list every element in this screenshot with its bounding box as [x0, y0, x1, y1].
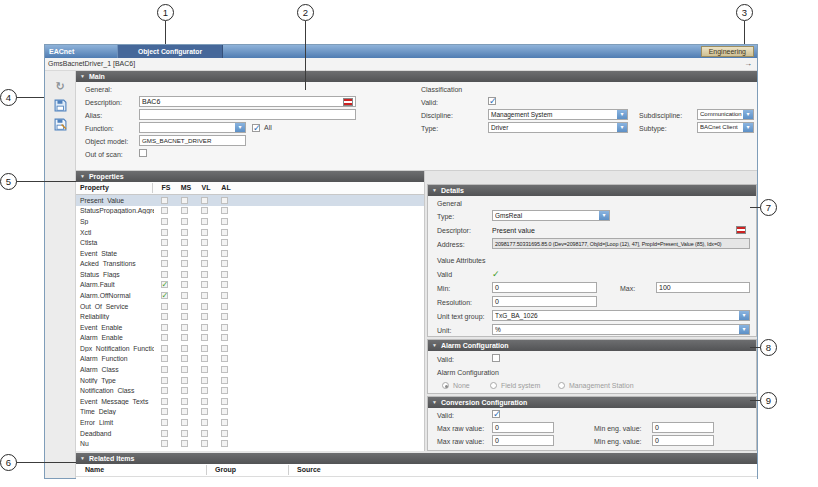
collapse-arrow-icon[interactable]: [80, 456, 85, 461]
dropdown-arrow-icon[interactable]: [617, 110, 627, 119]
dropdown-arrow-icon[interactable]: [599, 211, 609, 220]
save-as-icon[interactable]: [54, 118, 67, 131]
out-of-scan-checkbox[interactable]: [139, 149, 147, 157]
unchecked-checkbox[interactable]: [221, 313, 228, 320]
unchecked-checkbox[interactable]: [221, 260, 228, 267]
details-section-header[interactable]: Details: [428, 185, 756, 196]
unchecked-checkbox[interactable]: [221, 398, 228, 405]
unchecked-checkbox[interactable]: [201, 355, 208, 362]
function-dropdown[interactable]: [139, 122, 246, 133]
collapse-arrow-icon[interactable]: [80, 174, 85, 179]
unchecked-checkbox[interactable]: [181, 313, 188, 320]
unchecked-checkbox[interactable]: [221, 292, 228, 299]
unchecked-checkbox[interactable]: [181, 366, 188, 373]
unchecked-checkbox[interactable]: [201, 430, 208, 437]
property-row[interactable]: Alarm_Class: [76, 364, 424, 375]
property-row[interactable]: Event_State: [76, 248, 424, 259]
unchecked-checkbox[interactable]: [201, 398, 208, 405]
property-row[interactable]: Ctlsta: [76, 237, 424, 248]
unchecked-checkbox[interactable]: [181, 387, 188, 394]
unchecked-checkbox[interactable]: [161, 387, 168, 394]
property-row[interactable]: Event_Enable: [76, 322, 424, 333]
property-row[interactable]: Out_Of_Service: [76, 301, 424, 312]
save-icon[interactable]: [54, 99, 67, 112]
property-row[interactable]: Reliability: [76, 311, 424, 322]
property-row[interactable]: Alarm_Enable: [76, 333, 424, 344]
unchecked-checkbox[interactable]: [161, 207, 168, 214]
property-row[interactable]: Nu: [76, 438, 424, 449]
conversion-row1-field2[interactable]: 0: [652, 422, 714, 433]
checked-checkbox-icon[interactable]: [161, 281, 168, 288]
property-row[interactable]: Alarm.Fault: [76, 280, 424, 291]
translation-flag-icon[interactable]: [736, 226, 746, 234]
unchecked-checkbox[interactable]: [161, 355, 168, 362]
unchecked-checkbox[interactable]: [201, 377, 208, 384]
collapse-arrow-icon[interactable]: [80, 74, 85, 79]
unchecked-checkbox[interactable]: [221, 387, 228, 394]
conversion-row2-field1[interactable]: 0: [492, 435, 554, 446]
unchecked-checkbox[interactable]: [201, 218, 208, 225]
unchecked-checkbox[interactable]: [221, 345, 228, 352]
dropdown-arrow-icon[interactable]: [235, 123, 245, 132]
unchecked-checkbox[interactable]: [181, 324, 188, 331]
unchecked-checkbox[interactable]: [201, 260, 208, 267]
property-row[interactable]: Event_Message_Texts: [76, 396, 424, 407]
unchecked-checkbox[interactable]: [201, 440, 208, 447]
unchecked-checkbox[interactable]: [221, 197, 228, 204]
dropdown-arrow-icon[interactable]: [739, 311, 749, 320]
unchecked-checkbox[interactable]: [221, 430, 228, 437]
dropdown-arrow-icon[interactable]: [739, 325, 749, 334]
unchecked-checkbox[interactable]: [221, 440, 228, 447]
conversion-section-header[interactable]: Conversion Configuration: [428, 397, 756, 408]
collapse-arrow-icon[interactable]: [432, 188, 437, 193]
unit-dropdown[interactable]: %: [492, 324, 750, 335]
unchecked-checkbox[interactable]: [221, 419, 228, 426]
unchecked-checkbox[interactable]: [201, 345, 208, 352]
property-row[interactable]: StatusPropagation.Aggregat: [76, 206, 424, 217]
subtype-dropdown[interactable]: BACnet Client: [697, 122, 754, 133]
unchecked-checkbox[interactable]: [201, 207, 208, 214]
unchecked-checkbox[interactable]: [201, 334, 208, 341]
unchecked-checkbox[interactable]: [221, 334, 228, 341]
unchecked-checkbox[interactable]: [201, 197, 208, 204]
column-al[interactable]: AL: [216, 182, 236, 194]
unchecked-checkbox[interactable]: [181, 355, 188, 362]
unchecked-checkbox[interactable]: [201, 239, 208, 246]
unchecked-checkbox[interactable]: [201, 313, 208, 320]
unchecked-checkbox[interactable]: [221, 324, 228, 331]
descriptor-value[interactable]: Present value: [492, 226, 535, 236]
unchecked-checkbox[interactable]: [221, 229, 228, 236]
conversion-valid-checkbox[interactable]: [492, 410, 500, 418]
max-field[interactable]: 100: [656, 282, 750, 293]
unchecked-checkbox[interactable]: [161, 229, 168, 236]
unchecked-checkbox[interactable]: [201, 303, 208, 310]
unchecked-checkbox[interactable]: [161, 377, 168, 384]
column-separator[interactable]: [288, 465, 289, 475]
conversion-row1-field1[interactable]: 0: [492, 422, 554, 433]
related-items-header[interactable]: Related Items: [76, 453, 757, 464]
unchecked-checkbox[interactable]: [181, 440, 188, 447]
unchecked-checkbox[interactable]: [181, 377, 188, 384]
column-separator[interactable]: [206, 465, 207, 475]
unchecked-checkbox[interactable]: [201, 387, 208, 394]
unchecked-checkbox[interactable]: [161, 408, 168, 415]
unchecked-checkbox[interactable]: [181, 239, 188, 246]
unchecked-checkbox[interactable]: [201, 250, 208, 257]
unchecked-checkbox[interactable]: [221, 355, 228, 362]
unchecked-checkbox[interactable]: [221, 303, 228, 310]
unchecked-checkbox[interactable]: [161, 239, 168, 246]
unchecked-checkbox[interactable]: [201, 324, 208, 331]
unchecked-checkbox[interactable]: [221, 377, 228, 384]
unchecked-checkbox[interactable]: [221, 271, 228, 278]
properties-section-header[interactable]: Properties: [76, 171, 424, 182]
unchecked-checkbox[interactable]: [181, 207, 188, 214]
dropdown-arrow-icon[interactable]: [617, 123, 627, 132]
details-type-dropdown[interactable]: GmsReal: [492, 210, 610, 221]
column-separator[interactable]: [152, 183, 153, 193]
dropdown-arrow-icon[interactable]: [743, 123, 753, 132]
alias-field[interactable]: [139, 109, 356, 120]
column-fs[interactable]: FS: [156, 182, 176, 194]
unchecked-checkbox[interactable]: [181, 303, 188, 310]
unchecked-checkbox[interactable]: [201, 229, 208, 236]
forward-arrow-icon[interactable]: [744, 58, 752, 70]
